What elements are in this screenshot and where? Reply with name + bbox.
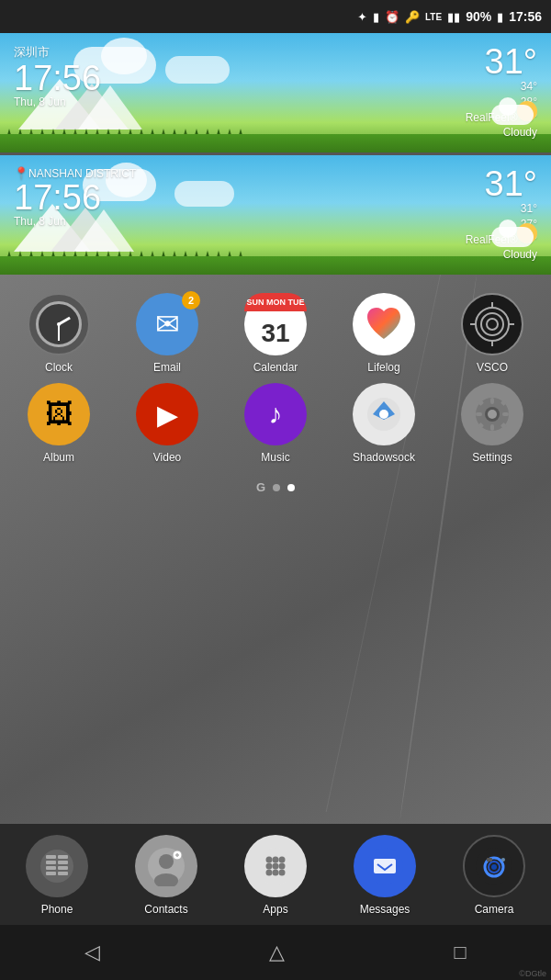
widget1-weather: 31° 34° 28° RealFeel® 40° Cloudy	[466, 44, 537, 141]
page-dot-1	[273, 484, 280, 491]
widget1-time: 17:56	[14, 61, 101, 96]
app-item-clock[interactable]: Clock	[9, 293, 108, 374]
dock-item-camera[interactable]: Camera	[442, 835, 546, 916]
widget1-cloud-icon	[491, 97, 537, 125]
key-icon: 🔑	[405, 10, 420, 24]
app-item-lifelog[interactable]: Lifelog	[334, 293, 433, 374]
svg-point-50	[491, 864, 497, 870]
vsco-icon	[461, 293, 523, 355]
phone-icon	[26, 835, 88, 897]
widget2-cloud-icon	[491, 220, 537, 247]
app-item-email[interactable]: ✉ 2 Email	[118, 293, 217, 374]
svg-point-39	[266, 863, 273, 870]
svg-rect-21	[46, 855, 56, 859]
calendar-label: Calendar	[253, 361, 298, 374]
svg-point-43	[273, 870, 279, 876]
widget2-temp: 31°	[466, 166, 537, 201]
album-label: Album	[43, 451, 74, 464]
dock-item-phone[interactable]: Phone	[5, 835, 109, 916]
nav-bar: ◁ △ □	[0, 925, 551, 980]
battery-level: 90%	[466, 9, 491, 24]
svg-rect-26	[58, 866, 68, 870]
back-button[interactable]: ◁	[66, 933, 118, 972]
svg-rect-28	[58, 872, 68, 875]
contacts-icon	[135, 835, 197, 897]
lifelog-label: Lifelog	[367, 361, 399, 374]
app-item-settings[interactable]: Settings	[443, 383, 542, 464]
album-icon: 🖼	[28, 383, 90, 445]
clock-face	[36, 301, 82, 347]
page-dots: G	[0, 473, 551, 508]
svg-rect-15	[502, 412, 509, 416]
app-item-music[interactable]: ♪ Music	[226, 383, 325, 464]
svg-point-38	[279, 857, 286, 863]
watermark: ©DGtle	[519, 969, 546, 978]
home-screen: Clock ✉ 2 Email SUN MON TUE	[0, 275, 551, 824]
signal-icon: ▮▮	[447, 10, 460, 24]
lifelog-icon	[353, 293, 415, 355]
app-item-album[interactable]: 🖼 Album	[9, 383, 108, 464]
svg-point-2	[487, 319, 498, 330]
svg-rect-24	[58, 855, 68, 859]
widget2-time: 17:56	[14, 180, 136, 215]
svg-point-20	[40, 850, 73, 883]
svg-rect-14	[476, 412, 482, 416]
dock-item-contacts[interactable]: Contacts	[114, 835, 219, 916]
widget2-weather: 31° 31° 27° RealFeel® 40° Cloudy	[466, 166, 537, 263]
phone-label: Phone	[41, 903, 73, 916]
email-badge: 2	[182, 291, 200, 310]
svg-point-41	[279, 863, 286, 870]
dock-grid: Phone Contacts	[5, 835, 546, 916]
video-icon: ▶	[136, 383, 198, 445]
shadowsocks-icon	[353, 383, 415, 445]
apps-icon	[244, 835, 307, 897]
svg-point-44	[279, 870, 286, 876]
svg-point-1	[481, 313, 503, 335]
vibrate-icon: ▮	[373, 10, 379, 24]
app-item-shadowsocks[interactable]: Shadowsock	[334, 383, 433, 464]
widget2-date: Thu, 8 Jun	[14, 215, 136, 228]
svg-rect-27	[46, 872, 56, 875]
svg-point-8	[379, 410, 388, 419]
alarm-icon: ⏰	[385, 10, 399, 24]
app-item-video[interactable]: ▶ Video	[118, 383, 217, 464]
camera-label: Camera	[475, 903, 514, 916]
dock-item-messages[interactable]: Messages	[332, 835, 437, 916]
svg-point-40	[273, 863, 279, 870]
svg-rect-23	[46, 866, 56, 870]
svg-point-11	[488, 410, 497, 419]
calendar-icon: SUN MON TUE 31	[244, 293, 307, 355]
google-dot: G	[256, 480, 265, 494]
svg-point-37	[273, 857, 279, 863]
video-label: Video	[153, 451, 181, 464]
svg-rect-12	[490, 398, 494, 404]
weather-widget-2[interactable]: 📍NANSHAN DISTRICT 17:56 Thu, 8 Jun 31° 3…	[0, 155, 551, 275]
widget1-info: 深圳市 17:56 Thu, 8 Jun	[14, 44, 101, 108]
weather-widget-1[interactable]: 深圳市 17:56 Thu, 8 Jun 31° 34° 28° RealFee…	[0, 33, 551, 152]
bluetooth-icon: ✦	[357, 10, 367, 24]
home-button[interactable]: △	[251, 933, 303, 972]
recent-button[interactable]: □	[436, 933, 485, 972]
app-item-calendar[interactable]: SUN MON TUE 31 Calendar	[226, 293, 325, 374]
shadowsocks-label: Shadowsock	[353, 451, 415, 464]
settings-icon	[461, 383, 523, 445]
page-dot-2-active	[287, 484, 295, 491]
messages-icon	[354, 835, 416, 897]
svg-rect-13	[490, 424, 494, 431]
messages-label: Messages	[360, 903, 410, 916]
contacts-label: Contacts	[144, 903, 187, 916]
app-item-vsco[interactable]: VSCO	[443, 293, 542, 374]
apps-label: Apps	[263, 903, 287, 916]
svg-point-30	[159, 854, 174, 869]
dock: Phone Contacts	[0, 824, 551, 925]
clock-label: Clock	[45, 361, 73, 374]
svg-rect-25	[58, 861, 68, 864]
svg-rect-51	[487, 858, 492, 862]
widget1-temp: 31°	[466, 44, 537, 79]
app-grid: Clock ✉ 2 Email SUN MON TUE	[0, 275, 551, 473]
music-icon: ♪	[244, 383, 307, 445]
dock-item-apps[interactable]: Apps	[223, 835, 328, 916]
camera-icon	[463, 835, 525, 897]
svg-point-52	[501, 858, 505, 862]
svg-point-36	[266, 857, 273, 863]
